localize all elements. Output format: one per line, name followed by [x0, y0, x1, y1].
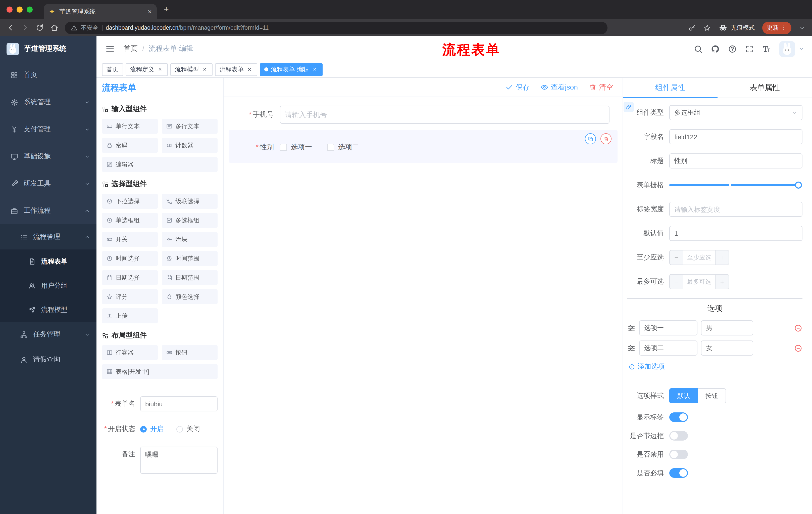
sidebar-item-user-group[interactable]: 用户分组 [0, 274, 96, 298]
radio-closed[interactable]: 关闭 [176, 425, 200, 434]
slider-track[interactable] [669, 184, 799, 186]
border-toggle[interactable] [669, 431, 688, 440]
fullscreen-icon[interactable] [745, 45, 754, 53]
remove-option-icon[interactable] [794, 324, 803, 332]
sidebar-item-process-management[interactable]: 流程管理 [0, 224, 96, 249]
palette-item-counter[interactable]: 123计数器 [162, 138, 218, 153]
palette-item-button[interactable]: 按钮 [162, 345, 218, 360]
canvas-field-gender-selected[interactable]: *性别 选项一 选项二 [229, 130, 617, 163]
window-close-button[interactable] [6, 6, 12, 12]
sidebar-logo[interactable]: 芋道管理系统 [0, 36, 96, 61]
clear-button[interactable]: 清空 [589, 83, 613, 92]
browser-update-button[interactable]: 更新 [762, 21, 791, 34]
sidebar-item-system[interactable]: 系统管理 [0, 88, 96, 116]
palette-item-radio-group[interactable]: 单选框组 [102, 213, 158, 228]
show-label-toggle[interactable] [669, 412, 688, 422]
remove-option-icon[interactable] [794, 344, 803, 352]
save-button[interactable]: 保存 [506, 83, 530, 92]
chevron-down-icon[interactable] [799, 24, 806, 31]
tab-component-props[interactable]: 组件属性 [623, 78, 718, 98]
checkbox-option-1[interactable]: 选项一 [280, 143, 312, 152]
field-name-input[interactable] [669, 129, 803, 144]
form-name-input[interactable] [140, 396, 218, 411]
default-value-input[interactable] [669, 226, 803, 241]
palette-item-color-picker[interactable]: 颜色选择 [162, 289, 218, 304]
palette-item-select[interactable]: 下拉选择 [102, 194, 158, 209]
password-key-icon[interactable] [688, 24, 696, 31]
palette-item-time-range[interactable]: 时间范围 [162, 251, 218, 266]
font-size-icon[interactable] [762, 45, 771, 53]
phone-input[interactable] [280, 106, 609, 124]
palette-item-upload[interactable]: 上传 [102, 308, 158, 323]
help-icon[interactable] [728, 45, 736, 53]
decrement-button[interactable]: − [670, 250, 684, 265]
sidebar-item-process-model[interactable]: 流程模型 [0, 298, 96, 322]
title-input[interactable] [669, 154, 803, 168]
palette-item-slider[interactable]: 滑块 [162, 232, 218, 247]
address-bar[interactable]: 不安全 dashboard.yudao.iocoder.cn/bpm/manag… [65, 21, 608, 34]
min-checked-value[interactable]: 至少应选 [684, 250, 715, 265]
palette-item-multi-line-text[interactable]: 多行文本 [162, 119, 218, 134]
browser-tab[interactable]: 芋道管理系统 × [44, 4, 157, 19]
label-width-input[interactable] [669, 202, 803, 217]
browser-home-icon[interactable] [50, 24, 58, 32]
component-type-select[interactable]: 多选框组 [669, 105, 803, 120]
increment-button[interactable]: + [715, 275, 729, 289]
reload-icon[interactable] [36, 24, 44, 32]
checkbox-option-2[interactable]: 选项二 [327, 143, 359, 152]
option-label-input[interactable] [639, 341, 697, 356]
add-option-button[interactable]: 添加选项 [629, 362, 803, 371]
tag-process-form[interactable]: 流程表单 × [215, 63, 257, 76]
palette-item-checkbox-group[interactable]: 多选框组 [162, 213, 218, 228]
palette-item-cascader[interactable]: 级联选择 [162, 194, 218, 209]
tag-process-form-edit[interactable]: 流程表单-编辑 × [260, 63, 323, 76]
radio-open[interactable]: 开启 [140, 425, 164, 434]
tag-process-model[interactable]: 流程模型 × [170, 63, 212, 76]
avatar-caret-icon[interactable] [799, 46, 804, 51]
palette-item-time-picker[interactable]: 时间选择 [102, 251, 158, 266]
window-maximize-button[interactable] [27, 6, 33, 12]
copy-component-button[interactable] [585, 133, 596, 144]
tag-close-icon[interactable]: × [312, 66, 318, 73]
palette-item-editor[interactable]: 编辑器 [102, 157, 218, 172]
sidebar-item-leave-query[interactable]: 请假查询 [0, 347, 96, 372]
back-icon[interactable] [6, 24, 14, 32]
new-tab-button[interactable]: + [157, 0, 176, 19]
not-secure-icon[interactable] [71, 24, 77, 31]
view-json-button[interactable]: 查看json [541, 83, 578, 92]
option-label-input[interactable] [639, 320, 697, 335]
sidebar-toggle-button[interactable] [96, 36, 124, 61]
palette-item-table[interactable]: 表格[开发中] [102, 364, 218, 379]
tag-close-icon[interactable]: × [202, 66, 208, 73]
breadcrumb-home[interactable]: 首页 [124, 44, 138, 53]
option-value-input[interactable] [701, 320, 753, 335]
forward-icon[interactable] [21, 24, 29, 32]
palette-item-password[interactable]: 密码 [102, 138, 158, 153]
increment-button[interactable]: + [715, 250, 729, 265]
tab-close-icon[interactable]: × [148, 8, 152, 15]
bookmark-star-icon[interactable] [703, 24, 711, 31]
max-checked-value[interactable]: 最多可选 [684, 275, 715, 289]
palette-item-rate[interactable]: 评分 [102, 289, 158, 304]
slider-handle[interactable] [795, 182, 802, 189]
delete-component-button[interactable] [601, 133, 611, 144]
tab-form-props[interactable]: 表单属性 [718, 78, 812, 98]
palette-item-date-range[interactable]: 日期范围 [162, 270, 218, 285]
option-value-input[interactable] [701, 341, 753, 356]
tag-close-icon[interactable]: × [246, 66, 253, 73]
canvas-field-phone[interactable]: *手机号 [229, 104, 617, 126]
sidebar-item-home[interactable]: 首页 [0, 61, 96, 88]
palette-item-single-line-text[interactable]: 单行文本 [102, 119, 158, 134]
palette-item-switch[interactable]: 开关 [102, 232, 158, 247]
link-badge[interactable] [624, 102, 634, 112]
required-toggle[interactable] [669, 468, 688, 478]
form-remark-textarea[interactable] [140, 447, 218, 474]
decrement-button[interactable]: − [670, 275, 684, 289]
palette-item-row-container[interactable]: 行容器 [102, 345, 158, 360]
tag-close-icon[interactable]: × [157, 66, 163, 73]
disabled-toggle[interactable] [669, 450, 688, 459]
drag-handle-icon[interactable] [627, 344, 636, 352]
user-avatar[interactable] [779, 41, 795, 57]
grid-slider[interactable] [669, 178, 803, 193]
sidebar-item-devtools[interactable]: 研发工具 [0, 170, 96, 197]
